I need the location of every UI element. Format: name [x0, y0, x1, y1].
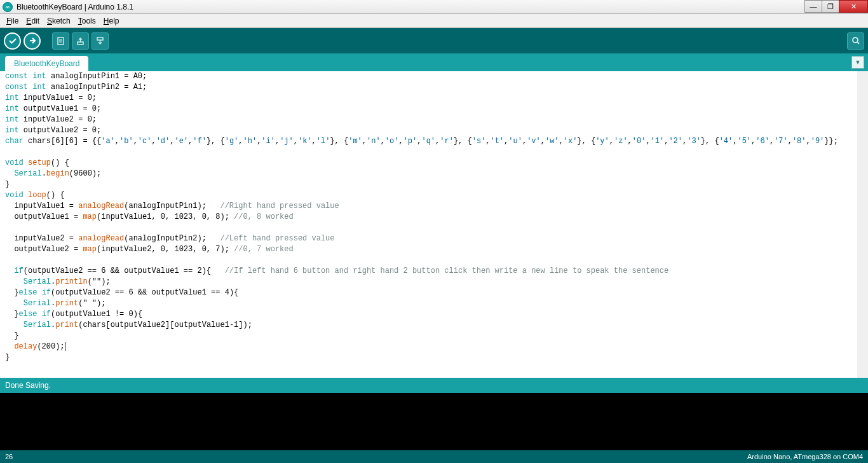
menu-edit[interactable]: Edit	[22, 15, 43, 27]
svg-line-7	[857, 42, 859, 44]
menubar: File Edit Sketch Tools Help	[0, 14, 868, 28]
serial-monitor-button[interactable]	[847, 32, 864, 50]
tab-menu-button[interactable]: ▼	[851, 56, 864, 69]
line-number: 26	[5, 453, 13, 460]
menu-tools[interactable]: Tools	[74, 15, 100, 27]
titlebar: ∞ BluetoothKeyBoard | Arduino 1.8.1 — ❐ …	[0, 0, 868, 14]
menu-sketch[interactable]: Sketch	[43, 15, 74, 27]
console-output[interactable]	[0, 393, 868, 450]
new-button[interactable]	[52, 32, 69, 50]
arrow-up-icon	[76, 36, 85, 46]
save-button[interactable]	[92, 32, 109, 50]
menu-file[interactable]: File	[3, 15, 22, 27]
code-editor[interactable]: const int analogInputPin1 = A0; const in…	[0, 71, 868, 378]
menu-help[interactable]: Help	[100, 15, 123, 27]
chevron-down-icon: ▼	[855, 59, 861, 66]
board-info: Arduino Nano, ATmega328 on COM4	[747, 453, 863, 460]
window-title: BluetoothKeyBoard | Arduino 1.8.1	[17, 3, 133, 11]
check-icon	[8, 36, 17, 45]
close-button[interactable]: ✕	[839, 0, 868, 13]
minimize-button[interactable]: —	[804, 0, 822, 13]
code-content[interactable]: const int analogInputPin1 = A0; const in…	[0, 71, 857, 363]
arduino-icon: ∞	[3, 2, 13, 12]
status-text: Done Saving.	[5, 381, 51, 390]
svg-rect-5	[97, 38, 103, 40]
toolbar	[0, 28, 868, 53]
file-icon	[56, 36, 65, 46]
maximize-button[interactable]: ❐	[822, 0, 839, 13]
footer: 26 Arduino Nano, ATmega328 on COM4	[0, 450, 868, 463]
open-button[interactable]	[72, 32, 89, 50]
magnifier-icon	[851, 36, 861, 46]
tabbar: BluetoothKeyBoard ▼	[0, 53, 868, 71]
tab-sketch[interactable]: BluetoothKeyBoard	[5, 56, 88, 71]
verify-button[interactable]	[4, 32, 21, 50]
upload-button[interactable]	[24, 32, 41, 50]
arrow-down-icon	[95, 36, 105, 46]
window-controls: — ❐ ✕	[805, 0, 868, 13]
arrow-right-icon	[28, 36, 37, 45]
svg-point-6	[853, 38, 858, 43]
status-bar: Done Saving.	[0, 378, 868, 393]
svg-rect-4	[78, 42, 83, 45]
